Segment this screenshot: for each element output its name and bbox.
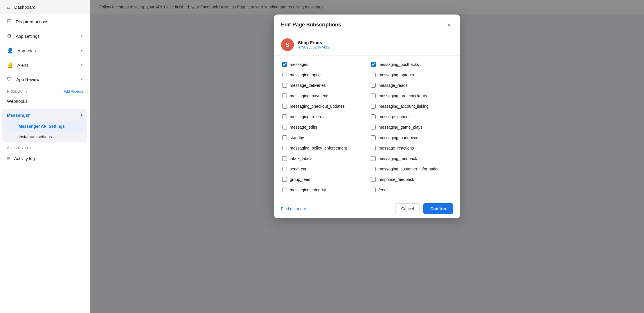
messenger-section: Messenger ▴ Messenger API Settings Insta… — [2, 109, 87, 142]
checkbox-input-messaging_game_plays[interactable] — [371, 125, 376, 129]
checkbox-input-standby[interactable] — [282, 135, 287, 140]
sidebar-item-required-actions[interactable]: ☑ Required actions — [0, 14, 90, 29]
subscription-checkbox-messages[interactable]: messages — [281, 60, 364, 69]
modal-footer: Find out more Cancel Confirm — [274, 199, 460, 218]
sidebar-item-app-settings[interactable]: ⚙ App settings ▾ — [0, 29, 90, 43]
subscription-checkbox-messaging_game_plays[interactable]: messaging_game_plays — [370, 123, 453, 132]
checkbox-label-messaging_payments: messaging_payments — [290, 93, 329, 98]
checkbox-input-messaging_referrals[interactable] — [282, 114, 287, 119]
subscription-checkbox-messaging_feedback[interactable]: messaging_feedback — [370, 154, 453, 163]
modal-title: Edit Page Subscriptions — [281, 22, 341, 28]
checkbox-input-messaging_checkout_updates[interactable] — [282, 104, 287, 109]
checkbox-input-messages[interactable] — [282, 62, 287, 67]
chevron-down-icon: ▾ — [81, 63, 83, 67]
alerts-icon: 🔔 — [7, 62, 13, 68]
checkbox-input-feed[interactable] — [371, 188, 376, 192]
checkbox-label-messaging_account_linking: messaging_account_linking — [379, 104, 429, 109]
subscription-checkbox-standby[interactable]: standby — [281, 133, 364, 142]
checkbox-label-messaging_postbacks: messaging_postbacks — [379, 62, 419, 67]
subscription-checkbox-messaging_checkout_updates[interactable]: messaging_checkout_updates — [281, 102, 364, 111]
subscription-checkbox-messaging_customer_information[interactable]: messaging_customer_information — [370, 165, 453, 173]
subscription-checkbox-group_feed[interactable]: group_feed — [281, 175, 364, 184]
modal-page-info: S Shop Fruits 473895862467412 — [274, 34, 460, 55]
checkbox-input-messaging_account_linking[interactable] — [371, 104, 376, 109]
subscription-checkbox-inbox_labels[interactable]: inbox_labels — [281, 154, 364, 163]
subscription-checkbox-response_feedback[interactable]: response_feedback — [370, 175, 453, 184]
checkbox-input-messaging_integrity[interactable] — [282, 188, 287, 192]
subscription-checkbox-messaging_account_linking[interactable]: messaging_account_linking — [370, 102, 453, 111]
checkbox-label-messaging_policy_enforcement: messaging_policy_enforcement — [290, 146, 347, 150]
sidebar-item-dashboard[interactable]: ⌂ Dashboard — [0, 0, 90, 14]
checkbox-input-messaging_policy_enforcement[interactable] — [282, 146, 287, 150]
sidebar-item-label: Required actions — [16, 19, 48, 24]
sidebar-subitem-instagram-settings[interactable]: Instagram settings — [2, 132, 87, 142]
sidebar-subitem-messenger-api-settings[interactable]: Messenger API Settings — [5, 121, 85, 132]
checkbox-input-messaging_handovers[interactable] — [371, 135, 376, 140]
subscription-checkbox-message_echoes[interactable]: message_echoes — [370, 112, 453, 121]
checkbox-input-messaging_pre_checkouts[interactable] — [371, 93, 376, 98]
checkbox-label-feed: feed — [379, 188, 386, 192]
checkbox-input-message_deliveries[interactable] — [282, 83, 287, 88]
sidebar-item-label: Webhooks — [7, 99, 28, 104]
page-id: 473895862467412 — [298, 45, 329, 49]
checkbox-label-messaging_game_plays: messaging_game_plays — [379, 125, 422, 129]
sidebar-item-webhooks[interactable]: Webhooks — [0, 95, 90, 108]
checkbox-input-messaging_customer_information[interactable] — [371, 167, 376, 171]
checkbox-label-messaging_optins: messaging_optins — [290, 73, 323, 77]
checkbox-input-response_feedback[interactable] — [371, 177, 376, 182]
checkbox-label-messaging_customer_information: messaging_customer_information — [379, 167, 440, 171]
subscription-checkbox-messaging_integrity[interactable]: messaging_integrity — [281, 186, 364, 194]
checkbox-label-message_echoes: message_echoes — [379, 114, 411, 119]
find-out-more-link[interactable]: Find out more — [281, 206, 306, 211]
checkbox-input-messaging_payments[interactable] — [282, 93, 287, 98]
subscription-checkbox-feed[interactable]: feed — [370, 186, 453, 194]
checkbox-input-messaging_optins[interactable] — [282, 73, 287, 77]
modal-close-button[interactable]: × — [445, 20, 453, 29]
subscription-checkbox-message_reads[interactable]: message_reads — [370, 81, 453, 90]
subscription-checkbox-message_reactions[interactable]: message_reactions — [370, 144, 453, 152]
checkbox-input-message_edits[interactable] — [282, 125, 287, 129]
checkbox-label-response_feedback: response_feedback — [379, 177, 414, 182]
confirm-button[interactable]: Confirm — [423, 203, 453, 214]
checkbox-label-standby: standby — [290, 135, 304, 140]
sidebar-item-label: App settings — [16, 34, 40, 39]
checkbox-label-messaging_referrals: messaging_referrals — [290, 114, 327, 119]
cancel-button[interactable]: Cancel — [395, 203, 420, 214]
chevron-down-icon: ▾ — [81, 34, 83, 38]
sidebar-item-alerts[interactable]: 🔔 Alerts ▾ — [0, 58, 90, 72]
subscription-checkbox-messaging_policy_enforcement[interactable]: messaging_policy_enforcement — [281, 144, 364, 152]
subscription-checkbox-message_edits[interactable]: message_edits — [281, 123, 364, 132]
subscription-checkbox-messaging_handovers[interactable]: messaging_handovers — [370, 133, 453, 142]
subscription-checkbox-messaging_pre_checkouts[interactable]: messaging_pre_checkouts — [370, 91, 453, 100]
checkbox-label-messaging_pre_checkouts: messaging_pre_checkouts — [379, 93, 427, 98]
subscription-checkbox-messaging_payments[interactable]: messaging_payments — [281, 91, 364, 100]
main-content: Follow the steps to set up your API. Onc… — [90, 0, 644, 313]
checkbox-input-message_reactions[interactable] — [371, 146, 376, 150]
sidebar-item-app-roles[interactable]: 👤 App roles ▾ — [0, 43, 90, 58]
checkbox-input-group_feed[interactable] — [282, 177, 287, 182]
checkbox-label-messaging_checkout_updates: messaging_checkout_updates — [290, 104, 345, 109]
subscription-checkbox-messaging_referrals[interactable]: messaging_referrals — [281, 112, 364, 121]
subscription-checkbox-messaging_postbacks[interactable]: messaging_postbacks — [370, 60, 453, 69]
checkbox-input-inbox_labels[interactable] — [282, 156, 287, 161]
subscription-checkbox-message_deliveries[interactable]: message_deliveries — [281, 81, 364, 90]
subscription-checkbox-send_cart[interactable]: send_cart — [281, 165, 364, 173]
checkbox-input-messaging_optouts[interactable] — [371, 73, 376, 77]
checkbox-input-messaging_postbacks[interactable] — [371, 62, 376, 67]
instagram-settings-label: Instagram settings — [19, 134, 52, 139]
footer-buttons: Cancel Confirm — [395, 203, 453, 214]
checkbox-input-message_reads[interactable] — [371, 83, 376, 88]
messenger-header[interactable]: Messenger ▴ — [2, 109, 87, 121]
sidebar-item-app-review[interactable]: 🛡 App Review ▾ — [0, 72, 90, 87]
subscription-checkbox-messaging_optins[interactable]: messaging_optins — [281, 71, 364, 79]
activity-log-section-label: Activity log — [0, 143, 90, 151]
edit-page-subscriptions-modal: Edit Page Subscriptions × S Shop Fruits … — [274, 15, 460, 218]
checkbox-input-messaging_feedback[interactable] — [371, 156, 376, 161]
checkbox-input-message_echoes[interactable] — [371, 114, 376, 119]
checkbox-input-send_cart[interactable] — [282, 167, 287, 171]
sidebar-item-activity-log[interactable]: ≡ Activity log — [0, 151, 90, 166]
messenger-api-settings-label: Messenger API Settings — [19, 124, 65, 129]
add-product-link[interactable]: Add Product — [64, 89, 83, 93]
page-name: Shop Fruits — [298, 40, 329, 45]
subscription-checkbox-messaging_optouts[interactable]: messaging_optouts — [370, 71, 453, 79]
